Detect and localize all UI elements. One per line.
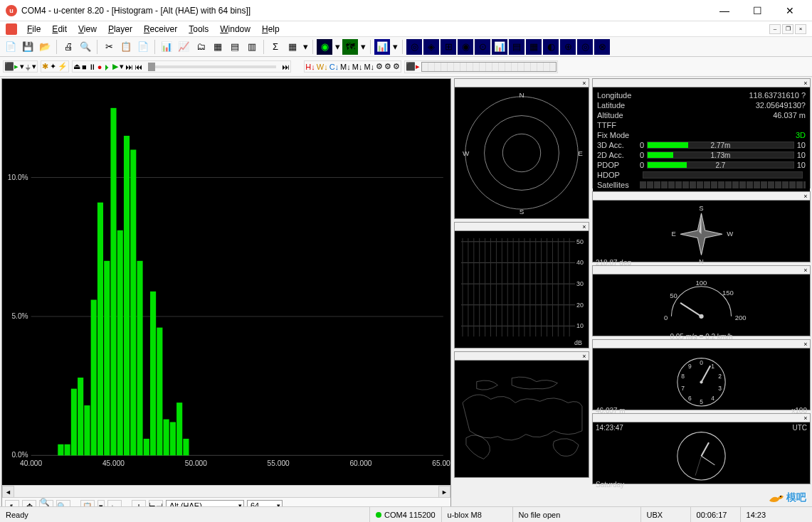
bug-icon[interactable]: ✱: [42, 62, 48, 71]
paste-icon[interactable]: 📄: [135, 39, 151, 55]
conn-drop-icon[interactable]: ▾: [20, 62, 24, 71]
position-info-panel[interactable]: × Longitude118.63731610 ? Latitude32.056…: [592, 78, 811, 188]
print-icon[interactable]: 🖨: [60, 39, 76, 55]
menu-tools[interactable]: Tools: [184, 23, 213, 36]
scroll-left-icon[interactable]: ◄: [2, 486, 14, 498]
warm-icon[interactable]: W↓: [317, 63, 328, 71]
dock9-icon[interactable]: ◐: [543, 39, 559, 55]
satellite-sky-panel[interactable]: × N S W E: [454, 78, 589, 219]
dock6-icon[interactable]: 📊: [492, 39, 507, 55]
clock-panel[interactable]: × 14:23:47 UTC Saturday: [592, 413, 811, 484]
baud-drop-icon[interactable]: ▾: [32, 62, 36, 71]
msg1-icon[interactable]: M↓: [340, 63, 351, 71]
dock8-icon[interactable]: ▦: [526, 39, 542, 55]
svg-rect-12: [58, 444, 63, 456]
minimize-button[interactable]: —: [708, 0, 741, 21]
panel-close-icon[interactable]: ×: [580, 79, 589, 87]
table-icon[interactable]: ▦: [285, 39, 300, 55]
hist-icon[interactable]: 📊: [374, 39, 390, 55]
player-slider[interactable]: [148, 65, 276, 68]
bolt-icon[interactable]: ⚡: [58, 62, 68, 71]
menu-receiver[interactable]: Receiver: [139, 23, 181, 36]
signal-strength-panel[interactable]: × 5040302010dB: [454, 222, 589, 348]
save-icon[interactable]: 💾: [20, 39, 36, 55]
dock2-icon[interactable]: ◈: [423, 39, 439, 55]
msg2-icon[interactable]: M↓: [352, 63, 363, 71]
dock4-icon[interactable]: ◉: [458, 39, 473, 55]
panel-close-icon[interactable]: ×: [580, 223, 589, 230]
connect-icon[interactable]: ⬛▸: [4, 62, 19, 71]
histogram-chart[interactable]: 0.0%5.0%10.0%40.00045.00050.00055.00060.…: [2, 79, 450, 485]
preview-icon[interactable]: 🔍: [78, 39, 93, 55]
world-map-panel[interactable]: ×: [454, 351, 589, 478]
menu-file[interactable]: File: [23, 23, 45, 36]
db-icon[interactable]: ⬛▸: [406, 62, 420, 71]
sigma-icon[interactable]: Σ: [268, 39, 283, 55]
panel-close-icon[interactable]: ×: [580, 352, 589, 360]
view2-icon[interactable]: 📈: [176, 39, 191, 55]
stop-icon[interactable]: ■: [82, 63, 87, 71]
panel-close-icon[interactable]: ×: [801, 414, 810, 422]
dropdown2-icon[interactable]: ▾: [334, 39, 341, 55]
hot-icon[interactable]: H↓: [305, 63, 315, 71]
app-menu-icon[interactable]: [6, 23, 17, 35]
pause-icon[interactable]: ⏸: [88, 63, 96, 71]
play-icon[interactable]: ▶: [112, 62, 118, 71]
menu-window[interactable]: Window: [216, 23, 255, 36]
step-icon[interactable]: ⏵: [103, 63, 111, 71]
close-button[interactable]: ✕: [774, 0, 806, 21]
open-icon[interactable]: 📂: [37, 39, 53, 55]
compass-panel[interactable]: × S W N E 218.87 deg: [592, 191, 811, 262]
mdi-close[interactable]: ×: [795, 24, 806, 34]
view6-icon[interactable]: ▥: [244, 39, 260, 55]
menu-edit[interactable]: Edit: [48, 23, 71, 36]
ffwd-icon[interactable]: ⏭: [125, 63, 133, 71]
scroll-right-icon[interactable]: ►: [438, 486, 450, 498]
play-drop-icon[interactable]: ▾: [120, 62, 124, 71]
dropdown3-icon[interactable]: ▾: [359, 39, 367, 55]
gear1-icon[interactable]: ⚙: [376, 62, 383, 71]
maximize-button[interactable]: ☐: [741, 0, 774, 21]
panel-close-icon[interactable]: ×: [801, 266, 810, 274]
panel-close-icon[interactable]: ×: [801, 192, 810, 200]
dock10-icon[interactable]: ⊕: [560, 39, 576, 55]
end-icon[interactable]: ⏭: [282, 63, 290, 71]
cold-icon[interactable]: C↓: [329, 63, 339, 71]
cut-icon[interactable]: ✂: [101, 39, 117, 55]
menu-player[interactable]: Player: [104, 23, 137, 36]
dropdown-icon[interactable]: ▾: [302, 39, 309, 55]
gear3-icon[interactable]: ⚙: [393, 62, 400, 71]
dock11-icon[interactable]: ◎: [577, 39, 593, 55]
baud-icon[interactable]: ⏚: [26, 63, 31, 71]
speed-panel[interactable]: × 0 50 100 150 200: [592, 265, 811, 336]
view1-icon[interactable]: 📊: [159, 39, 174, 55]
mdi-minimize[interactable]: –: [769, 24, 781, 34]
panel-close-icon[interactable]: ×: [801, 79, 810, 87]
altimeter-panel[interactable]: × 0123456789 46.037 m x100: [592, 339, 811, 410]
view4-icon[interactable]: ▦: [210, 39, 226, 55]
new-icon[interactable]: 📄: [3, 39, 19, 55]
view3-icon[interactable]: 🗂: [193, 39, 209, 55]
copy-icon[interactable]: 📋: [118, 39, 134, 55]
gear2-icon[interactable]: ⚙: [384, 62, 391, 71]
panel-close-icon[interactable]: ×: [801, 340, 810, 348]
dock7-icon[interactable]: ▤: [509, 39, 524, 55]
menu-help[interactable]: Help: [258, 23, 284, 36]
view5-icon[interactable]: ▤: [227, 39, 243, 55]
dock5-icon[interactable]: ⊙: [475, 39, 490, 55]
dropdown4-icon[interactable]: ▾: [391, 39, 399, 55]
dock12-icon[interactable]: ⊗: [594, 39, 610, 55]
histogram-scrollbar[interactable]: ◄ ►: [2, 485, 450, 497]
record-icon[interactable]: ●: [97, 63, 102, 71]
sat-view-icon[interactable]: ◉: [317, 39, 332, 55]
dock3-icon[interactable]: ⊞: [441, 39, 456, 55]
map-icon[interactable]: 🗺: [342, 39, 358, 55]
skip-icon[interactable]: ⏮: [135, 63, 142, 71]
msg3-icon[interactable]: M↓: [364, 63, 374, 71]
hdop-label: HDOP: [597, 171, 640, 179]
eject-icon[interactable]: ⏏: [73, 62, 80, 71]
menu-view[interactable]: View: [74, 23, 101, 36]
dock1-icon[interactable]: ◎: [406, 39, 422, 55]
mdi-restore[interactable]: ❐: [782, 24, 793, 34]
wand-icon[interactable]: ✦: [50, 62, 56, 71]
